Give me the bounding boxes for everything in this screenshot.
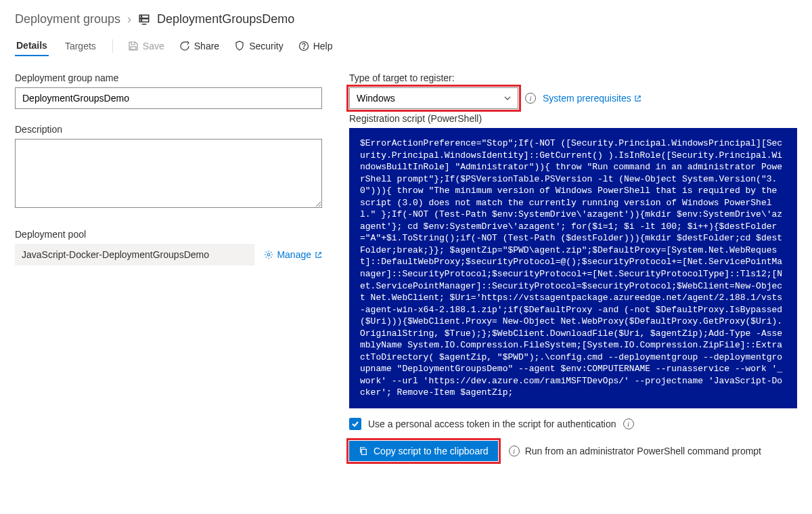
pat-label: Use a personal access token in the scrip… <box>368 419 616 429</box>
chevron-right-icon: › <box>127 12 131 26</box>
external-link-icon <box>634 95 641 102</box>
info-icon[interactable]: i <box>525 93 536 104</box>
share-label: Share <box>194 41 219 51</box>
tab-details[interactable]: Details <box>15 36 49 56</box>
description-input[interactable] <box>15 139 322 208</box>
run-hint-label: Run from an administrator PowerShell com… <box>525 446 761 456</box>
copy-label: Copy script to the clipboard <box>374 446 489 456</box>
system-prerequisites-link[interactable]: System prerequisites <box>543 93 641 104</box>
svg-point-8 <box>267 253 270 256</box>
share-icon <box>179 41 190 51</box>
pool-label: Deployment pool <box>15 229 322 240</box>
name-input[interactable] <box>15 87 322 109</box>
share-button[interactable]: Share <box>179 41 219 51</box>
external-link-icon <box>315 251 322 259</box>
breadcrumb-current: DeploymentGroupsDemo <box>157 12 294 26</box>
copy-script-button[interactable]: Copy script to the clipboard <box>349 441 498 461</box>
save-icon <box>128 41 139 51</box>
type-label: Type of target to register: <box>349 72 797 83</box>
tab-targets[interactable]: Targets <box>64 37 97 56</box>
help-icon <box>298 41 309 51</box>
save-label: Save <box>143 41 164 51</box>
info-icon: i <box>509 446 520 456</box>
shield-icon <box>234 41 245 51</box>
svg-point-7 <box>303 48 304 49</box>
security-label: Security <box>249 41 284 51</box>
breadcrumb: Deployment groups › DeploymentGroupsDemo <box>15 12 797 26</box>
target-type-select[interactable]: Windows <box>349 87 518 109</box>
security-button[interactable]: Security <box>234 41 284 51</box>
breadcrumb-root[interactable]: Deployment groups <box>15 12 120 26</box>
svg-point-2 <box>141 16 141 16</box>
help-button[interactable]: Help <box>298 41 333 51</box>
info-icon[interactable]: i <box>623 419 634 429</box>
prereq-label: System prerequisites <box>543 93 631 104</box>
toolbar: Details Targets Save Share Security <box>15 36 797 56</box>
registration-script[interactable]: $ErrorActionPreference="Stop";If(-NOT ([… <box>349 128 797 408</box>
gear-icon <box>264 250 273 259</box>
help-label: Help <box>313 41 333 51</box>
pat-checkbox[interactable] <box>349 418 361 430</box>
svg-rect-5 <box>131 47 136 49</box>
name-label: Deployment group name <box>15 72 322 83</box>
script-label: Registration script (PowerShell) <box>349 113 797 124</box>
toolbar-separator <box>112 39 113 53</box>
manage-link[interactable]: Manage <box>264 249 322 260</box>
copy-icon <box>359 446 368 456</box>
description-label: Description <box>15 124 322 135</box>
server-icon <box>138 14 150 26</box>
svg-rect-9 <box>361 449 366 454</box>
svg-point-3 <box>141 20 141 20</box>
manage-label: Manage <box>277 249 311 260</box>
save-button: Save <box>128 41 164 51</box>
pool-input <box>15 244 254 265</box>
